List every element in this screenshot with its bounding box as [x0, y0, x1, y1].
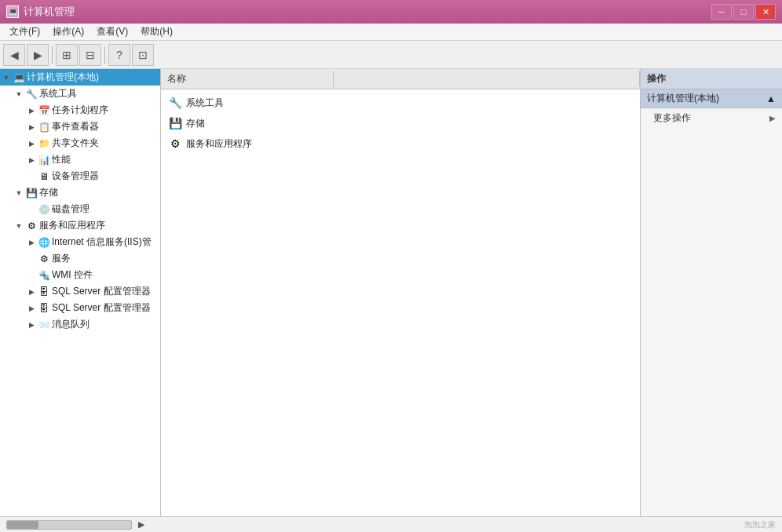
tree-label-storage: 存储: [39, 186, 58, 199]
tree-label-services-apps: 服务和应用程序: [39, 219, 105, 232]
tree-children-services-apps: ▶ 🌐 Internet 信息服务(IIS)管 ⚙ 服务 🔩 WMI 控件 ▶: [13, 234, 160, 333]
menu-file[interactable]: 文件(F): [3, 24, 46, 40]
menu-bar: 文件(F) 操作(A) 查看(V) 帮助(H): [0, 24, 782, 41]
tree-item-system-tools[interactable]: ▼ 🔧 系统工具: [13, 86, 160, 102]
tree-icon-device-manager: 🖥: [38, 170, 50, 183]
right-item-label: 更多操作: [653, 111, 691, 125]
tree-item-wmi[interactable]: 🔩 WMI 控件: [25, 267, 160, 283]
list-item-system-tools[interactable]: 🔧 系统工具: [164, 93, 637, 113]
right-panel: 操作 计算机管理(本地) ▲ 更多操作 ▶: [641, 69, 782, 516]
toolbar-separator-2: [104, 46, 105, 64]
right-section-title[interactable]: 计算机管理(本地) ▲: [641, 89, 782, 108]
close-button[interactable]: ✕: [755, 4, 776, 20]
right-item-more-actions[interactable]: 更多操作 ▶: [641, 108, 782, 128]
center-panel: 名称 🔧 系统工具 💾 存储 ⚙ 服务和应用程序: [161, 69, 641, 516]
tree-label-disk-management: 磁盘管理: [52, 202, 90, 216]
tree-expand-performance: ▶: [27, 155, 36, 165]
scrollbar-thumb: [7, 521, 38, 529]
tree-item-task-scheduler[interactable]: ▶ 📅 任务计划程序: [25, 102, 160, 118]
right-section-label: 计算机管理(本地): [647, 92, 719, 105]
list-label-system-tools: 系统工具: [186, 97, 224, 110]
horizontal-scrollbar[interactable]: [6, 520, 132, 530]
tree-item-event-viewer[interactable]: ▶ 📋 事件查看器: [25, 118, 160, 135]
tree-item-device-manager[interactable]: 🖥 设备管理器: [25, 168, 160, 184]
tree-item-services[interactable]: ⚙ 服务: [25, 250, 160, 267]
center-column-header: 名称: [161, 69, 640, 89]
tree-expand-services: [27, 254, 36, 264]
tree-expand-task-scheduler: ▶: [27, 106, 36, 115]
tree-expand-wmi: [27, 271, 36, 280]
menu-view[interactable]: 查看(V): [90, 24, 134, 40]
tree-label-event-viewer: 事件查看器: [52, 120, 99, 133]
tree-item-services-apps[interactable]: ▼ ⚙ 服务和应用程序: [13, 217, 160, 234]
list-item-storage[interactable]: 💾 存储: [164, 113, 637, 133]
tree-root-icon: 💻: [13, 71, 25, 84]
tree-label-performance: 性能: [52, 153, 71, 166]
tree-expand-sql-config-1: ▶: [27, 287, 36, 297]
tree-icon-event-viewer: 📋: [38, 121, 50, 133]
tree-icon-services: ⚙: [38, 253, 50, 265]
list-icon-storage: 💾: [167, 115, 183, 131]
right-item-arrow-icon: ▶: [769, 114, 776, 122]
tree-root[interactable]: ▼ 💻 计算机管理(本地): [0, 69, 160, 86]
toolbar-btn-5[interactable]: ?: [108, 44, 130, 66]
watermark-text: 泡泡之家: [744, 519, 776, 530]
tree-label-shared-folders: 共享文件夹: [52, 137, 99, 150]
tree-icon-task-scheduler: 📅: [38, 104, 50, 117]
tree-item-storage[interactable]: ▼ 💾 存储: [13, 184, 160, 201]
tree-root-expand-icon: ▼: [2, 73, 11, 82]
toolbar-btn-6[interactable]: ⊡: [132, 44, 154, 66]
toolbar: ◀ ▶ ⊞ ⊟ ? ⊡: [0, 41, 782, 69]
tree-label-system-tools: 系统工具: [39, 87, 77, 100]
tree-icon-iis: 🌐: [38, 236, 50, 249]
tree-label-iis: Internet 信息服务(IIS)管: [52, 235, 152, 249]
tree-icon-wmi: 🔩: [38, 269, 50, 282]
right-section-sort-icon: ▲: [766, 93, 776, 104]
list-item-services-apps[interactable]: ⚙ 服务和应用程序: [164, 133, 637, 154]
col-extra[interactable]: [334, 71, 640, 87]
tree-item-iis[interactable]: ▶ 🌐 Internet 信息服务(IIS)管: [25, 234, 160, 250]
col-name[interactable]: 名称: [161, 71, 334, 87]
tree-item-message-queue[interactable]: ▶ 📨 消息队列: [25, 316, 160, 333]
tree-label-wmi: WMI 控件: [52, 268, 93, 282]
menu-action[interactable]: 操作(A): [46, 24, 90, 40]
tree-item-sql-config-2[interactable]: ▶ 🗄 SQL Server 配置管理器: [25, 300, 160, 316]
tree-expand-services-apps: ▼: [14, 221, 24, 231]
list-label-storage: 存储: [186, 117, 205, 130]
window-title: 计算机管理: [24, 5, 75, 19]
maximize-button[interactable]: □: [733, 4, 754, 20]
window-controls: ─ □ ✕: [711, 4, 776, 20]
tree-expand-shared-folders: ▶: [27, 139, 36, 148]
tree-icon-shared-folders: 📁: [38, 137, 50, 150]
tree-item-performance[interactable]: ▶ 📊 性能: [25, 151, 160, 168]
tree-label-task-scheduler: 任务计划程序: [52, 104, 108, 117]
tree-expand-storage: ▼: [14, 188, 24, 198]
tree-item-sql-config-1[interactable]: ▶ 🗄 SQL Server 配置管理器: [25, 283, 160, 300]
tree-icon-services-apps: ⚙: [25, 220, 38, 232]
tree-label-services: 服务: [52, 252, 71, 265]
tree-expand-system-tools: ▼: [14, 89, 24, 99]
minimize-button[interactable]: ─: [711, 4, 732, 20]
scroll-arrow-right[interactable]: ▶: [138, 519, 144, 530]
tree-icon-sql-config-2: 🗄: [38, 302, 50, 315]
list-icon-system-tools: 🔧: [167, 95, 183, 111]
tree-icon-sql-config-1: 🗄: [38, 286, 50, 298]
back-button[interactable]: ◀: [3, 44, 25, 66]
tree-expand-device-manager: [27, 172, 36, 181]
toolbar-btn-4[interactable]: ⊟: [79, 44, 101, 66]
tree-label-message-queue: 消息队列: [52, 318, 90, 331]
tree-expand-message-queue: ▶: [27, 320, 36, 330]
tree-icon-message-queue: 📨: [38, 319, 50, 331]
title-bar: 💻 计算机管理 ─ □ ✕: [0, 0, 782, 24]
tree-item-disk-management[interactable]: 💿 磁盘管理: [25, 201, 160, 217]
list-icon-services-apps: ⚙: [167, 136, 183, 151]
forward-button[interactable]: ▶: [27, 44, 49, 66]
tree-label-sql-config-1: SQL Server 配置管理器: [52, 285, 151, 298]
tree-expand-disk-management: [27, 205, 36, 214]
status-bar: ▶ 泡泡之家: [0, 516, 782, 532]
tree-expand-event-viewer: ▶: [27, 122, 36, 132]
title-bar-left: 💻 计算机管理: [6, 5, 75, 19]
toolbar-btn-3[interactable]: ⊞: [56, 44, 78, 66]
menu-help[interactable]: 帮助(H): [134, 24, 179, 40]
tree-item-shared-folders[interactable]: ▶ 📁 共享文件夹: [25, 135, 160, 151]
